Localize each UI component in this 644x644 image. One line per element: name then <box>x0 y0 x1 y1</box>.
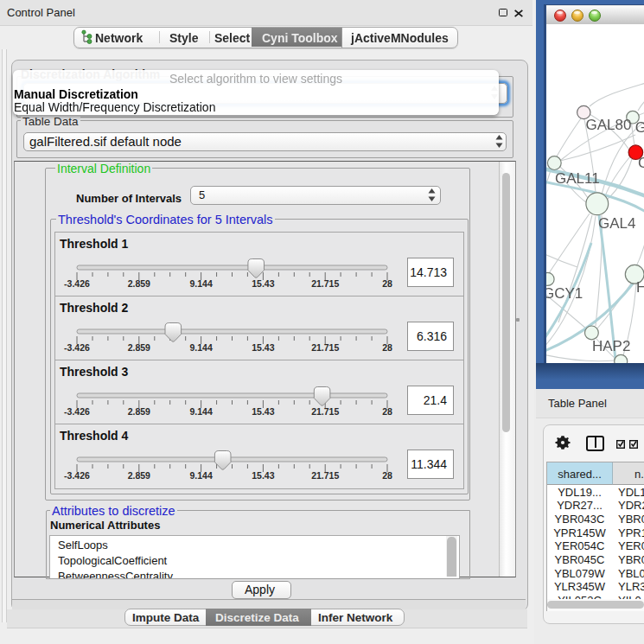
svg-text:28: 28 <box>382 406 392 417</box>
svg-text:15.43: 15.43 <box>252 470 274 481</box>
svg-text:15.43: 15.43 <box>252 342 274 353</box>
svg-text:21.715: 21.715 <box>311 470 339 481</box>
svg-text:GAL11: GAL11 <box>555 170 600 187</box>
svg-text:2.859: 2.859 <box>128 278 150 289</box>
svg-text:GAL80: GAL80 <box>586 117 632 133</box>
svg-text:2.859: 2.859 <box>128 406 150 417</box>
svg-text:9.144: 9.144 <box>189 342 212 353</box>
svg-text:15.43: 15.43 <box>252 278 274 289</box>
svg-text:28: 28 <box>382 342 392 353</box>
svg-text:9.144: 9.144 <box>189 278 212 289</box>
svg-text:-3.426: -3.426 <box>64 342 90 353</box>
svg-text:2.859: 2.859 <box>128 470 150 481</box>
svg-text:-3.426: -3.426 <box>64 406 90 417</box>
svg-text:28: 28 <box>382 470 392 481</box>
svg-text:21.715: 21.715 <box>311 278 339 289</box>
svg-text:HAP2: HAP2 <box>592 338 630 354</box>
svg-text:28: 28 <box>382 278 392 289</box>
svg-text:-3.426: -3.426 <box>64 470 90 481</box>
svg-text:GAL4: GAL4 <box>598 215 635 232</box>
svg-text:G: G <box>638 155 644 171</box>
svg-text:H: H <box>636 279 644 296</box>
svg-text:21.715: 21.715 <box>311 406 339 417</box>
svg-text:GCY1: GCY1 <box>546 285 583 302</box>
svg-text:GA: GA <box>635 119 644 136</box>
svg-text:15.43: 15.43 <box>252 406 274 417</box>
svg-text:9.144: 9.144 <box>189 470 212 481</box>
svg-text:21.715: 21.715 <box>311 342 339 353</box>
svg-text:9.144: 9.144 <box>189 406 212 417</box>
svg-text:-3.426: -3.426 <box>64 278 90 289</box>
svg-text:2.859: 2.859 <box>128 342 150 353</box>
